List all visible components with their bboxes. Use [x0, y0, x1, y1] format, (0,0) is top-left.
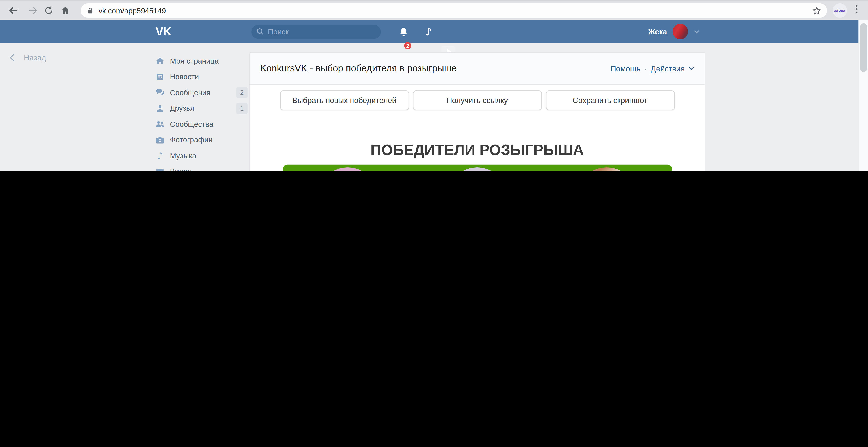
camera-icon: [156, 136, 164, 144]
notifications-bell-icon[interactable]: [396, 20, 411, 43]
search-input[interactable]: Поиск: [251, 25, 381, 38]
chevron-left-icon: [9, 53, 15, 62]
scrollbar[interactable]: [859, 20, 868, 171]
news-icon: [156, 72, 164, 82]
bookmark-star-icon[interactable]: [812, 6, 822, 15]
help-link[interactable]: Помощь: [611, 64, 641, 73]
winner-3: 3. Ольга Быбко: [542, 167, 672, 171]
url-text[interactable]: vk.com/app5945149: [98, 6, 166, 14]
sidebar-item-video[interactable]: Видео: [156, 164, 248, 171]
pick-new-winners-button[interactable]: Выбрать новых победителей: [280, 90, 409, 110]
notification-badge: 2: [404, 42, 411, 50]
winners-title: ПОБЕДИТЕЛИ РОЗЫГРЫША: [250, 141, 705, 159]
chevron-down-icon: [693, 30, 700, 33]
chevron-down-icon: [689, 66, 694, 70]
back-link[interactable]: Назад: [9, 53, 46, 62]
sidebar-item-music[interactable]: ♪ Музыка: [156, 148, 248, 163]
browser-forward-icon[interactable]: [28, 5, 38, 16]
counter-badge: 1: [236, 103, 247, 114]
winner-avatar[interactable]: [319, 167, 376, 171]
separator-dot: ·: [645, 64, 647, 73]
search-placeholder: Поиск: [268, 27, 289, 36]
winner-2: 2. Татьяна Березкина: [412, 167, 542, 171]
groups-icon: [156, 120, 164, 129]
vk-logo[interactable]: VK: [156, 20, 171, 43]
messages-icon: [156, 88, 164, 97]
app-card: KonkursVK - выбор победителя в розыгрыше…: [249, 52, 705, 171]
browser-home-icon[interactable]: [60, 5, 70, 16]
winner-1: 1. Анастасия Ананян: [283, 167, 412, 171]
sidebar-item-communities[interactable]: Сообщества: [156, 116, 248, 132]
sidebar-item-photos[interactable]: Фотографии: [156, 132, 248, 148]
counter-badge: 2: [236, 87, 247, 98]
user-avatar: [673, 24, 688, 39]
winners-panel: 1. Анастасия Ананян 2. Татьяна Березкина…: [283, 165, 672, 171]
winner-avatar[interactable]: [578, 167, 636, 171]
app-card-header: KonkursVK - выбор победителя в розыгрыше…: [250, 53, 705, 85]
address-bar[interactable]: vk.com/app5945149: [81, 3, 827, 18]
user-menu[interactable]: Жека: [648, 20, 700, 43]
sidebar-item-friends[interactable]: Друзья 1: [156, 100, 248, 116]
film-icon: [156, 167, 164, 171]
vk-header: VK Поиск 2 ♪ Жека: [0, 20, 859, 43]
screen: vk.com/app5945149 elGato VK Поиск 2 ♪ Же…: [0, 0, 868, 171]
music-note-icon: ♪: [156, 151, 164, 160]
app-content: Выбрать новых победителей Получить ссылк…: [250, 85, 705, 171]
sidebar-item-my-page[interactable]: Моя страница: [156, 53, 248, 69]
browser-menu-icon[interactable]: [856, 5, 858, 13]
actions-link[interactable]: Действия: [651, 64, 685, 73]
friend-icon: [156, 104, 164, 113]
page-title: KonkursVK - выбор победителя в розыгрыше: [260, 63, 457, 74]
home-icon: [156, 57, 164, 65]
scrollbar-thumb[interactable]: [860, 23, 867, 72]
search-icon: [256, 28, 264, 36]
browser-toolbar: vk.com/app5945149 elGato: [0, 0, 868, 20]
winner-avatar[interactable]: [448, 167, 506, 171]
user-name: Жека: [648, 27, 667, 36]
sidebar-item-news[interactable]: Новости: [156, 69, 248, 85]
save-screenshot-button[interactable]: Сохранить скриншот: [546, 90, 675, 110]
browser-back-icon[interactable]: [8, 5, 18, 16]
sidebar: Моя страница Новости Сообщения 2 Друзья …: [156, 53, 248, 171]
music-icon[interactable]: ♪: [422, 20, 435, 43]
sidebar-item-messages[interactable]: Сообщения 2: [156, 85, 248, 100]
browser-reload-icon[interactable]: [44, 5, 54, 16]
lock-icon: [87, 7, 94, 14]
get-link-button[interactable]: Получить ссылку: [412, 90, 541, 110]
browser-profile-avatar[interactable]: elGato: [833, 3, 847, 18]
